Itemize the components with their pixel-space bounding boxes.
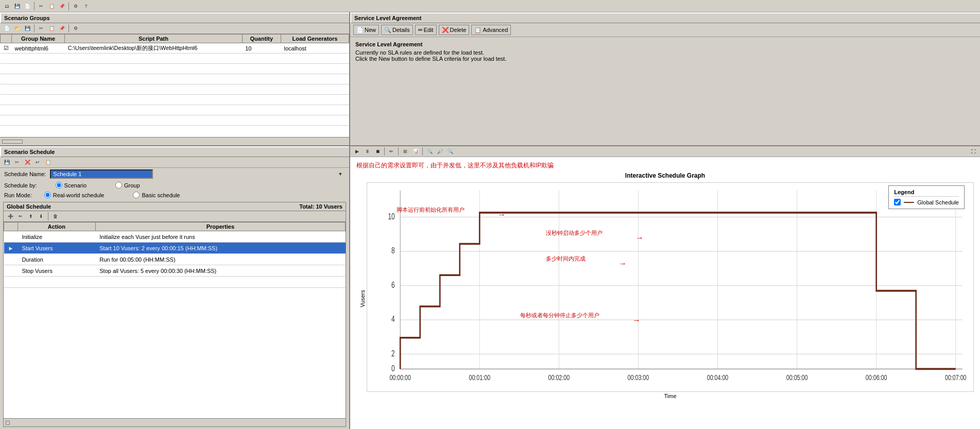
chart-btn-1[interactable]: ▶: [352, 147, 362, 156]
gs-row-init[interactable]: Initialize Initialize each Vuser just be…: [4, 231, 346, 243]
schedule-by-row: Schedule by: Scenario Group: [0, 180, 349, 190]
scrollbar-h[interactable]: [2, 140, 23, 144]
svg-text:0: 0: [391, 364, 395, 373]
ss-toolbar: 💾 ✂ ❌ ↩ 📋: [0, 157, 349, 168]
sla-advanced-btn[interactable]: 📋 Advanced: [471, 25, 511, 35]
gs-total: Total: 10 Vusers: [299, 203, 342, 210]
chart-btn-zoomout[interactable]: 🔍: [445, 147, 455, 156]
svg-text:00:07:00: 00:07:00: [945, 373, 967, 382]
gs-row-start[interactable]: ► Start Vusers Start 10 Vusers: 2 every …: [4, 243, 346, 254]
toolbar-btn-1[interactable]: 🗂: [2, 2, 11, 10]
row-properties: Start 10 Vusers: 2 every 00:00:15 (HH:MM…: [95, 243, 345, 254]
gs-row-stop[interactable]: Stop Vusers Stop all Vusers: 5 every 00:…: [4, 265, 346, 277]
row-marker: [4, 265, 18, 277]
gs-row-duration[interactable]: Duration Run for 00:05:00 (HH:MM:SS): [4, 254, 346, 265]
row-action: Initialize: [18, 231, 95, 243]
chart-btn-3[interactable]: ⏹: [373, 147, 382, 156]
sg-btn-save[interactable]: 💾: [23, 24, 32, 32]
basic-radio[interactable]: Basic schedule: [133, 192, 180, 198]
sla-toolbar: 📄 New 🔍 Details ✏ Edit ❌ Delete 📋 A: [350, 23, 980, 37]
chart-btn-2[interactable]: ⏸: [363, 147, 372, 156]
gs-btn-down[interactable]: ⬇: [37, 212, 46, 220]
row-marker: ►: [4, 243, 18, 254]
ss-btn-2[interactable]: ✂: [12, 158, 22, 166]
gs-btn-add[interactable]: ➕: [6, 212, 15, 220]
sla-details-btn[interactable]: 🔍 Details: [381, 25, 413, 35]
ss-btn-4[interactable]: ↩: [33, 158, 42, 166]
col-action: Action: [18, 222, 95, 231]
edit-icon: ✏: [418, 27, 423, 33]
toolbar-btn-6[interactable]: 📌: [57, 2, 66, 10]
gs-btn-up[interactable]: ⬆: [26, 212, 36, 220]
details-icon: 🔍: [384, 27, 391, 33]
sg-btn-open[interactable]: 📂: [12, 24, 22, 32]
new-icon: 📄: [356, 27, 364, 33]
real-world-radio[interactable]: Real-world schedule: [44, 192, 105, 198]
col-quantity: Quantity: [242, 35, 281, 43]
col-marker: [4, 222, 18, 231]
row-quantity: 10: [242, 43, 281, 54]
chart-main: 0 2 4 6 8 10 00:00:00 00:01:00 00:02:00 …: [367, 182, 974, 415]
sla-edit-btn[interactable]: ✏ Edit: [415, 25, 437, 35]
legend-label: Global Schedule: [917, 199, 959, 205]
sla-delete-btn[interactable]: ❌ Delete: [439, 25, 470, 35]
toolbar-btn-3[interactable]: 📄: [23, 2, 32, 10]
svg-text:00:00:00: 00:00:00: [389, 373, 411, 382]
col-load-gen: Load Generators: [281, 35, 349, 43]
row-action: Stop Vusers: [18, 265, 95, 277]
schedule-name-input[interactable]: [50, 169, 153, 179]
chart-title: Interactive Schedule Graph: [356, 172, 974, 179]
svg-text:00:01:00: 00:01:00: [469, 373, 490, 382]
sg-toolbar: 📄 📂 💾 ✂ 📋 📌 ⚙: [0, 23, 349, 34]
ss-btn-5[interactable]: 📋: [43, 158, 53, 166]
table-row[interactable]: ☑ webhttphtml6 C:\Users\teemlink\Desktop…: [1, 43, 349, 54]
gs-title: Global Schedule: [7, 203, 51, 210]
chart-content: Vusers: [356, 182, 974, 415]
chart-btn-maximize[interactable]: ⛶: [969, 147, 978, 156]
sg-btn-settings[interactable]: ⚙: [71, 24, 80, 32]
chart-btn-zoomin[interactable]: 🔍: [425, 147, 434, 156]
group-radio[interactable]: Group: [115, 182, 140, 188]
gs-toolbar: ➕ ✏ ⬆ ⬇ 🗑: [4, 211, 346, 222]
chart-btn-zoom1[interactable]: 🔎: [435, 147, 444, 156]
chart-btn-edit[interactable]: ✏: [387, 147, 396, 156]
toolbar-btn-7[interactable]: ⚙: [71, 2, 80, 10]
legend-item: Global Schedule: [894, 199, 959, 205]
toolbar-btn-8[interactable]: ?: [81, 2, 91, 10]
gs-header: Global Schedule Total: 10 Vusers: [4, 202, 346, 211]
ss-btn-1[interactable]: 💾: [2, 158, 11, 166]
row-checkbox[interactable]: ☑: [1, 43, 12, 54]
svg-text:00:03:00: 00:03:00: [628, 373, 649, 382]
table-row: [1, 84, 349, 95]
table-row: [1, 54, 349, 64]
sla-panel: Service Level Agreement 📄 New 🔍 Details …: [350, 12, 980, 146]
sg-btn-paste[interactable]: 📌: [57, 24, 66, 32]
table-row: [1, 64, 349, 74]
sg-btn-new[interactable]: 📄: [2, 24, 11, 32]
table-row: [1, 74, 349, 84]
chart-btn-table[interactable]: 📊: [411, 147, 420, 156]
schedule-name-label: Schedule Name:: [4, 171, 46, 177]
gs-btn-delete[interactable]: 🗑: [50, 212, 60, 220]
scenario-radio[interactable]: Scenario: [56, 182, 87, 188]
toolbar-btn-2[interactable]: 💾: [12, 2, 22, 10]
sla-new-btn[interactable]: 📄 New: [353, 25, 379, 35]
scenario-groups-table-wrapper: Group Name Script Path Quantity Load Gen…: [0, 34, 349, 137]
schedule-dropdown-btn[interactable]: ▼: [336, 170, 345, 178]
toolbar-btn-4[interactable]: ✂: [37, 2, 46, 10]
legend-checkbox[interactable]: [894, 199, 901, 205]
svg-text:10: 10: [388, 212, 394, 221]
ss-btn-3[interactable]: ❌: [23, 158, 32, 166]
global-schedule-table: Action Properties Initialize Initialize …: [4, 222, 346, 288]
sg-btn-cut[interactable]: ✂: [37, 24, 46, 32]
y-axis-label: Vusers: [357, 290, 366, 307]
chart-panel: ▶ ⏸ ⏹ ✏ ⊞ 📊 🔍 🔎 🔍 ⛶ 根据自己的需求设置即可，由于并发低，这里…: [350, 146, 980, 429]
toolbar-btn-5[interactable]: 📋: [47, 2, 56, 10]
row-properties: Initialize each Vuser just before it run…: [95, 231, 345, 243]
gs-btn-edit[interactable]: ✏: [16, 212, 25, 220]
col-properties: Properties: [95, 222, 345, 231]
chart-btn-grid[interactable]: ⊞: [401, 147, 410, 156]
table-row: [1, 115, 349, 126]
sg-btn-copy[interactable]: 📋: [47, 24, 56, 32]
row-properties: Run for 00:05:00 (HH:MM:SS): [95, 254, 345, 265]
